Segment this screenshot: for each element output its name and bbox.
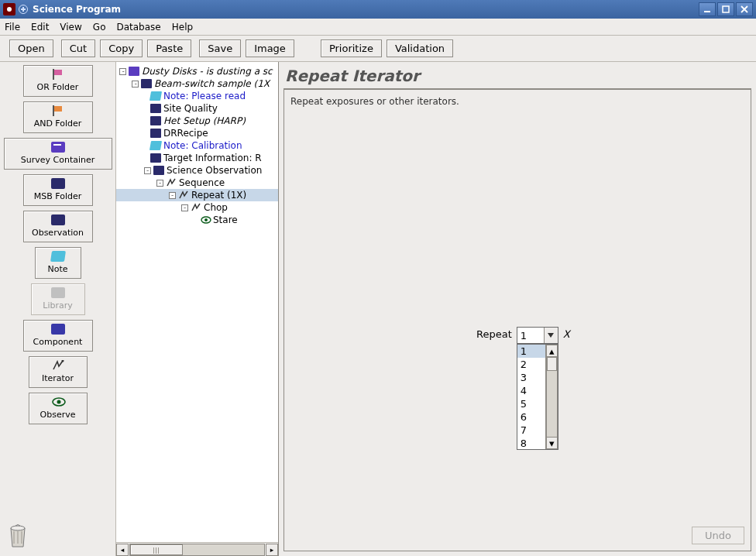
observation-button[interactable]: Observation (23, 211, 93, 242)
menu-help[interactable]: Help (172, 22, 193, 33)
tree-root-label[interactable]: Dusty Disks - is dusting a sc (142, 65, 273, 77)
scroll-up-arrow[interactable]: ▴ (546, 345, 558, 357)
and-folder-button[interactable]: AND Folder (23, 101, 93, 133)
observation-icon (153, 166, 164, 175)
image-button[interactable]: Image (246, 39, 294, 57)
window-menu-icon[interactable] (19, 5, 28, 14)
tree-note2-label[interactable]: Note: Calibration (163, 139, 242, 152)
repeat-dropdown-list[interactable]: 1 2 3 4 5 6 7 8 ▴ ▾ (517, 344, 558, 450)
repeat-option[interactable]: 2 (517, 358, 545, 371)
tree-sitequality-label[interactable]: Site Quality (163, 102, 218, 115)
menu-database[interactable]: Database (116, 22, 160, 33)
menu-view[interactable]: View (60, 22, 81, 33)
tree-repeat-label[interactable]: Repeat (1X) (191, 189, 246, 201)
tree-stare-label[interactable]: Stare (213, 214, 238, 226)
menu-edit[interactable]: Edit (31, 22, 49, 33)
tree-chop-label[interactable]: Chop (204, 201, 228, 214)
repeat-select[interactable]: 1 (517, 327, 558, 344)
msb-folder-label: MSB Folder (34, 191, 82, 201)
svg-point-7 (204, 218, 208, 221)
tree-expand-handle[interactable]: - (169, 192, 176, 199)
repeat-option[interactable]: 7 (517, 424, 545, 437)
undo-button: Undo (692, 527, 744, 544)
dropdown-scrollbar[interactable]: ▴ ▾ (545, 345, 558, 449)
tree-expand-handle[interactable]: - (132, 81, 139, 88)
titlebar: Science Program (0, 0, 756, 19)
tree-beam-label[interactable]: Beam-switch sample (1X (154, 77, 270, 90)
scroll-track[interactable] (129, 544, 265, 556)
survey-container-button[interactable]: Survey Container (4, 138, 112, 170)
minimize-button[interactable] (699, 2, 716, 16)
open-button[interactable]: Open (9, 39, 53, 57)
folder-icon (141, 79, 152, 88)
chevron-down-icon[interactable] (544, 328, 558, 343)
scroll-down-arrow[interactable]: ▾ (546, 437, 558, 449)
svg-rect-0 (704, 11, 710, 12)
tree-scienceobs-label[interactable]: Science Observation (167, 164, 262, 177)
scroll-thumb[interactable] (130, 544, 183, 555)
maximize-button[interactable] (717, 2, 734, 16)
tree-drrecipe-label[interactable]: DRRecipe (163, 127, 208, 139)
tree-note1-label[interactable]: Note: Please read (163, 90, 246, 102)
svg-point-4 (57, 400, 60, 404)
cut-button[interactable]: Cut (61, 39, 95, 57)
tree-horizontal-scrollbar[interactable]: ◂ ▸ (116, 542, 278, 556)
tree-sequence-label[interactable]: Sequence (179, 177, 225, 189)
scroll-right-arrow[interactable]: ▸ (266, 544, 278, 556)
tree-expand-handle[interactable]: - (144, 167, 151, 174)
observe-button[interactable]: Observe (29, 393, 88, 424)
iterator-button[interactable]: Iterator (29, 356, 88, 388)
close-button[interactable] (736, 2, 753, 16)
prioritize-button[interactable]: Prioritize (321, 39, 382, 57)
note-icon (50, 251, 66, 262)
tree-expand-handle[interactable]: - (181, 204, 188, 211)
paste-button[interactable]: Paste (147, 39, 191, 57)
copy-button[interactable]: Copy (100, 39, 143, 57)
library-icon (51, 287, 65, 298)
validation-button[interactable]: Validation (387, 39, 453, 57)
panel-body: Repeat exposures or other iterators. Rep… (284, 90, 751, 551)
repeat-option[interactable]: 1 (517, 345, 545, 358)
program-tree[interactable]: - Dusty Disks - is dusting a sc - Beam-s… (116, 62, 278, 542)
save-button[interactable]: Save (199, 39, 241, 57)
library-button: Library (31, 283, 85, 315)
note-button[interactable]: Note (35, 247, 81, 279)
flag-icon (51, 69, 65, 80)
book-icon (51, 142, 65, 153)
panel-description: Repeat exposures or other iterators. (284, 90, 751, 113)
tree-targetinfo-label[interactable]: Target Information: R (163, 152, 262, 164)
observe-label: Observe (40, 410, 76, 420)
iterator-icon (191, 203, 201, 212)
tree-panel: - Dusty Disks - is dusting a sc - Beam-s… (116, 62, 279, 556)
or-folder-button[interactable]: OR Folder (23, 65, 93, 97)
iterator-icon (178, 190, 189, 200)
component-icon (150, 153, 161, 163)
trash-icon[interactable] (6, 520, 29, 548)
scroll-left-arrow[interactable]: ◂ (116, 544, 129, 556)
repeat-option[interactable]: 4 (517, 384, 545, 397)
book-icon (51, 215, 65, 225)
repeat-option[interactable]: 6 (517, 410, 545, 424)
menu-file[interactable]: File (5, 22, 20, 33)
toolbar: Open Cut Copy Paste Save Image Prioritiz… (0, 36, 756, 62)
tree-expand-handle[interactable]: - (119, 68, 126, 75)
content-panel: Repeat Iterator Repeat exposures or othe… (279, 62, 756, 556)
survey-container-label: Survey Container (21, 155, 95, 165)
menu-go[interactable]: Go (93, 22, 106, 33)
and-folder-label: AND Folder (34, 118, 82, 129)
repeat-label: Repeat (476, 328, 512, 340)
component-button[interactable]: Component (23, 320, 93, 352)
scroll-thumb[interactable] (547, 357, 557, 371)
component-icon (150, 116, 161, 125)
scroll-track[interactable] (546, 357, 558, 437)
repeat-option[interactable]: 8 (517, 437, 545, 449)
app-icon (3, 3, 15, 15)
tree-hetsetup-label[interactable]: Het Setup (HARP) (163, 115, 246, 127)
msb-folder-button[interactable]: MSB Folder (23, 174, 93, 206)
menubar: File Edit View Go Database Help (0, 19, 756, 36)
tree-expand-handle[interactable]: - (156, 180, 163, 187)
repeat-option[interactable]: 3 (517, 371, 545, 384)
observation-label: Observation (32, 228, 84, 238)
repeat-option[interactable]: 5 (517, 397, 545, 410)
sequence-icon (166, 178, 177, 187)
